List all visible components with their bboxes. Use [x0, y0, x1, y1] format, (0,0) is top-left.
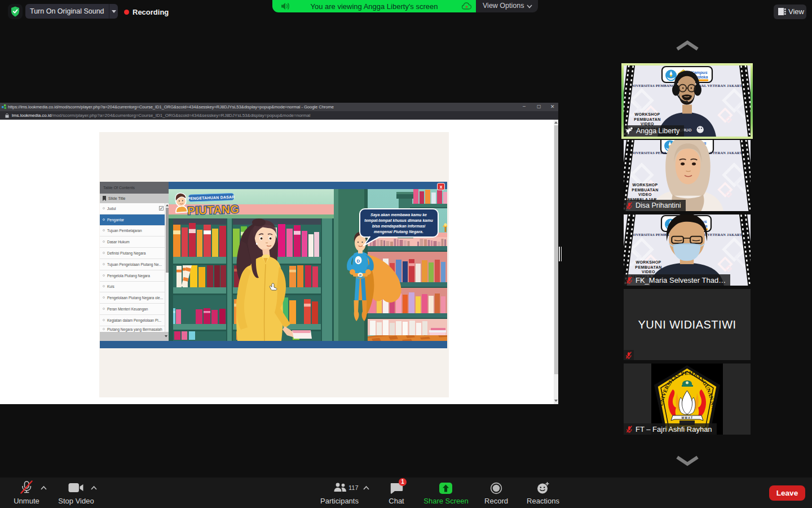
svg-text:WORKSHOP: WORKSHOP — [634, 112, 660, 116]
svg-text:PEMBUATAN: PEMBUATAN — [635, 265, 661, 269]
svg-text:Saya akan membawa kamu ke: Saya akan membawa kamu ke — [370, 213, 427, 217]
svg-text:PEMBUATAN: PEMBUATAN — [634, 117, 660, 121]
svg-text:M W A T: M W A T — [682, 416, 692, 419]
svg-text:mengenai Piutang Negara.: mengenai Piutang Negara. — [374, 230, 423, 234]
svg-text:VIDEO: VIDEO — [642, 270, 655, 274]
svg-text:D: D — [357, 259, 360, 264]
svg-text:PIUTANG: PIUTANG — [187, 203, 240, 217]
svg-text:PEMBUATAN: PEMBUATAN — [632, 188, 658, 192]
svg-text:bisa mendapatkan informasi: bisa mendapatkan informasi — [372, 224, 426, 229]
svg-text:VIDEO: VIDEO — [638, 192, 652, 196]
svg-text:tempat-tempat khusus dimana ka: tempat-tempat khusus dimana kamu — [364, 218, 433, 223]
svg-text:WORKSHOP: WORKSHOP — [632, 183, 657, 187]
svg-text:WORKSHOP: WORKSHOP — [636, 260, 661, 264]
svg-text:P: P — [359, 274, 361, 277]
svg-text:x: x — [440, 184, 443, 190]
